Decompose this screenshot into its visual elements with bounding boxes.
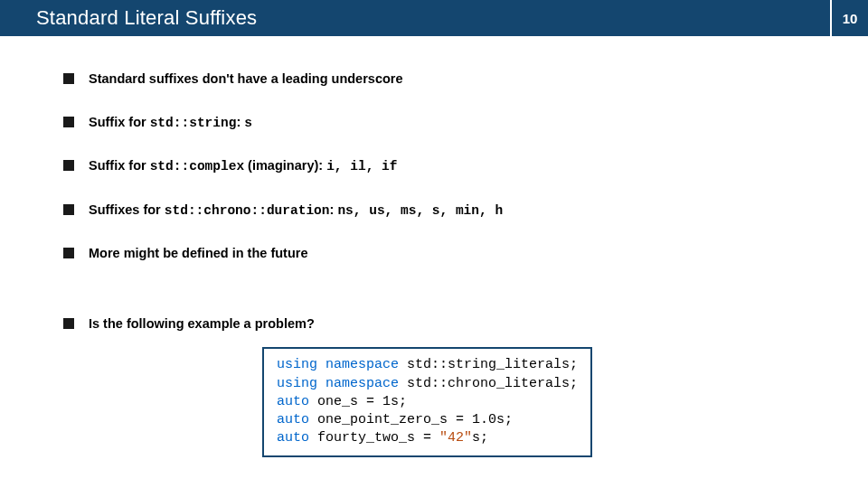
code-block: using namespace std::string_literals; us… bbox=[262, 347, 592, 456]
code-text: std::chrono_literals; bbox=[399, 376, 578, 391]
code-inline: i, il, if bbox=[326, 159, 397, 174]
slide-header: Standard Literal Suffixes 10 bbox=[0, 0, 868, 36]
code-text: one_point_zero_s = 1.0s; bbox=[309, 412, 513, 427]
slide-content: Standard suffixes don't have a leading u… bbox=[0, 36, 868, 457]
text: (imaginary): bbox=[244, 158, 326, 173]
keyword: using namespace bbox=[277, 376, 399, 391]
keyword: auto bbox=[277, 412, 309, 427]
code-inline: std::chrono::duration bbox=[165, 203, 330, 218]
string-literal: "42" bbox=[439, 430, 472, 446]
keyword: auto bbox=[277, 394, 309, 409]
code-inline: std::string bbox=[150, 116, 237, 130]
text: Suffixes for bbox=[89, 202, 165, 217]
page-number: 10 bbox=[830, 0, 868, 36]
code-text: one_s = 1s; bbox=[309, 394, 407, 409]
slide-title: Standard Literal Suffixes bbox=[0, 0, 830, 36]
code-text: s; bbox=[472, 430, 488, 446]
keyword: auto bbox=[277, 430, 309, 446]
bullet-chrono-suffix: Suffixes for std::chrono::duration: ns, … bbox=[63, 202, 868, 221]
bullet-future: More might be defined in the future bbox=[63, 245, 868, 263]
code-inline: std::complex bbox=[150, 159, 244, 174]
text: : bbox=[236, 115, 244, 129]
text: Suffix for bbox=[89, 158, 150, 173]
bullet-list: Standard suffixes don't have a leading u… bbox=[63, 70, 868, 333]
bullet-string-suffix: Suffix for std::string: s bbox=[63, 114, 868, 133]
code-inline: s bbox=[244, 116, 252, 130]
bullet-question: Is the following example a problem? bbox=[63, 315, 868, 333]
code-inline: ns, us, ms, s, min, h bbox=[337, 203, 503, 218]
code-text: fourty_two_s = bbox=[309, 430, 439, 446]
code-text: std::string_literals; bbox=[399, 357, 578, 372]
bullet-complex-suffix: Suffix for std::complex (imaginary): i, … bbox=[63, 157, 868, 176]
text: Suffix for bbox=[89, 115, 150, 129]
keyword: using namespace bbox=[277, 357, 399, 372]
bullet-no-underscore: Standard suffixes don't have a leading u… bbox=[63, 70, 868, 89]
